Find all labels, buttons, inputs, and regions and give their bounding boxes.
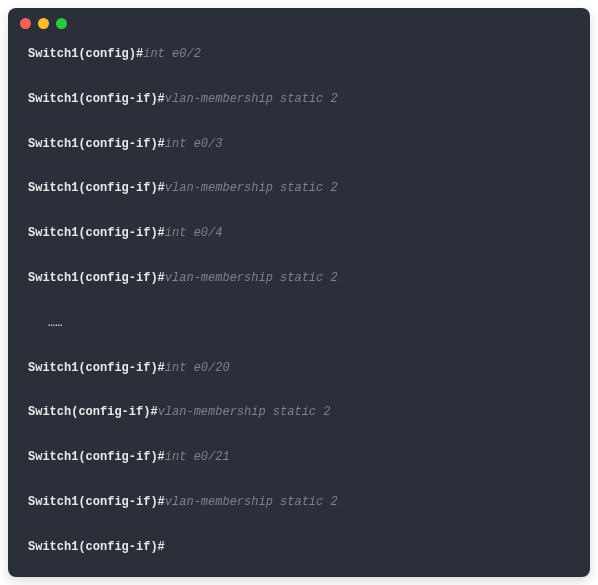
command: vlan-membership static 2 [165,181,338,195]
minimize-icon[interactable] [38,18,49,29]
maximize-icon[interactable] [56,18,67,29]
prompt: Switch1(config)# [28,47,143,61]
terminal-line: Switch1(config-if)#vlan-membership stati… [28,91,570,108]
terminal-body[interactable]: Switch1(config)#int e0/2 Switch1(config-… [8,38,590,576]
command: vlan-membership static 2 [165,271,338,285]
prompt: Switch1(config-if)# [28,137,165,151]
command: int e0/20 [165,361,230,375]
prompt: Switch1(config-if)# [28,271,165,285]
command: vlan-membership static 2 [165,92,338,106]
ellipsis-text: …… [48,316,62,330]
terminal-line: Switch1(config-if)#vlan-membership stati… [28,180,570,197]
prompt: Switch1(config-if)# [28,181,165,195]
terminal-window: Switch1(config)#int e0/2 Switch1(config-… [8,8,590,577]
ellipsis-line: …… [28,315,570,332]
terminal-line: Switch1(config-if)# [28,539,570,556]
command: int e0/3 [165,137,223,151]
command: vlan-membership static 2 [165,495,338,509]
prompt: Switch1(config-if)# [28,450,165,464]
terminal-line: Switch1(config-if)#vlan-membership stati… [28,494,570,511]
prompt: Switch1(config-if)# [28,361,165,375]
terminal-line: Switch1(config-if)#vlan-membership stati… [28,270,570,287]
terminal-line: Switch(config-if)#vlan-membership static… [28,404,570,421]
prompt: Switch1(config-if)# [28,92,165,106]
command: vlan-membership static 2 [158,405,331,419]
prompt: Switch1(config-if)# [28,540,165,554]
prompt: Switch1(config-if)# [28,495,165,509]
terminal-line: Switch1(config-if)#int e0/20 [28,360,570,377]
prompt: Switch(config-if)# [28,405,158,419]
terminal-line: Switch1(config)#int e0/2 [28,46,570,63]
title-bar [8,8,590,38]
command: int e0/21 [165,450,230,464]
command: int e0/2 [143,47,201,61]
close-icon[interactable] [20,18,31,29]
command: int e0/4 [165,226,223,240]
terminal-line: Switch1(config-if)#int e0/4 [28,225,570,242]
terminal-line: Switch1(config-if)#int e0/21 [28,449,570,466]
prompt: Switch1(config-if)# [28,226,165,240]
terminal-line: Switch1(config-if)#int e0/3 [28,136,570,153]
